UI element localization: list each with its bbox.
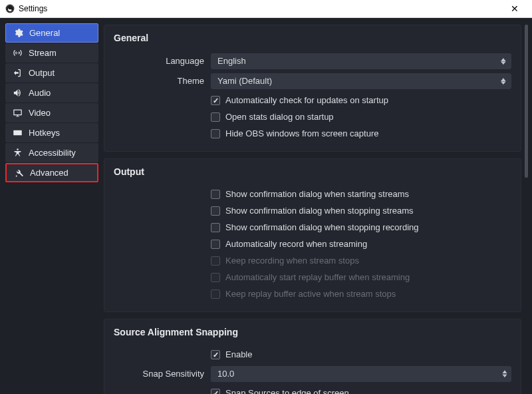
accessibility-icon	[12, 148, 23, 158]
auto-replay-label: Automatically start replay buffer when s…	[225, 272, 410, 282]
snap-sensitivity-label: Snap Sensitivity	[114, 369, 211, 379]
sidebar-item-accessibility[interactable]: Accessibility	[5, 143, 98, 162]
snap-sensitivity-spinner[interactable]: 10.0 ▲▼	[211, 366, 511, 382]
confirm-stop-stream-label: Show confirmation dialog when stopping s…	[225, 206, 414, 216]
section-output: Output Show confirmation dialog when sta…	[104, 158, 521, 312]
spinner-buttons-icon[interactable]: ▲▼	[501, 370, 509, 378]
section-title: Output	[114, 166, 511, 177]
sidebar-item-label: Advanced	[30, 168, 68, 178]
tools-icon	[13, 168, 24, 178]
section-snapping: Source Alignment Snapping Enable Snap Se…	[104, 319, 521, 394]
open-stats-label: Open stats dialog on startup	[225, 112, 334, 122]
confirm-stop-record-label: Show confirmation dialog when stopping r…	[225, 222, 419, 232]
checkbox-auto-replay	[211, 273, 220, 282]
sidebar-item-label: Hotkeys	[29, 128, 60, 138]
keyboard-icon	[12, 128, 23, 138]
checkbox-snap-enable[interactable]	[211, 350, 220, 359]
sidebar-item-label: Stream	[29, 48, 57, 58]
obs-logo-icon	[5, 4, 15, 13]
theme-dropdown[interactable]: Yami (Default) ▲▼	[211, 73, 511, 89]
section-title: Source Alignment Snapping	[114, 327, 511, 337]
section-title: General	[114, 33, 511, 43]
language-value: English	[217, 56, 246, 66]
checkbox-hide-obs[interactable]	[211, 129, 220, 138]
sidebar-item-general[interactable]: General	[5, 23, 98, 43]
auto-record-label: Automatically record when streaming	[225, 239, 367, 249]
svg-point-2	[17, 148, 19, 150]
checkbox-confirm-stop-record[interactable]	[211, 223, 220, 232]
content-pane[interactable]: General Language English ▲▼ Theme	[104, 23, 529, 394]
checkbox-snap-edge[interactable]	[211, 389, 220, 395]
sidebar-item-label: Accessibility	[29, 148, 76, 158]
speaker-icon	[12, 88, 23, 98]
dropdown-caret-icon: ▲▼	[499, 58, 508, 65]
checkbox-keep-replay	[211, 290, 220, 299]
language-label: Language	[114, 56, 211, 66]
sidebar-item-stream[interactable]: Stream	[5, 43, 98, 63]
gear-icon	[13, 28, 23, 39]
hide-obs-label: Hide OBS windows from screen capture	[225, 128, 378, 138]
checkbox-confirm-start-stream[interactable]	[211, 190, 220, 199]
output-icon	[12, 68, 23, 79]
checkbox-check-updates[interactable]	[211, 96, 220, 105]
sidebar-item-video[interactable]: Video	[5, 103, 98, 122]
close-button[interactable]: ✕	[503, 0, 527, 17]
sidebar-item-audio[interactable]: Audio	[5, 83, 98, 102]
checkbox-open-stats[interactable]	[211, 112, 220, 122]
sidebar-item-label: Output	[29, 68, 55, 78]
sidebar-item-advanced[interactable]: Advanced	[5, 163, 98, 182]
titlebar: Settings ✕	[0, 0, 532, 18]
snap-edge-label: Snap Sources to edge of screen	[225, 388, 349, 394]
snap-sensitivity-value: 10.0	[217, 369, 234, 379]
sidebar-item-label: Video	[29, 108, 51, 118]
checkbox-keep-record	[211, 256, 220, 266]
window-title: Settings	[19, 4, 47, 13]
check-updates-label: Automatically check for updates on start…	[225, 95, 388, 105]
theme-value: Yami (Default)	[217, 76, 272, 86]
sidebar: General Stream Output Audio Video Hotkey…	[5, 23, 98, 394]
checkbox-confirm-stop-stream[interactable]	[211, 206, 220, 216]
sidebar-item-output[interactable]: Output	[5, 63, 98, 83]
keep-record-label: Keep recording when stream stops	[225, 256, 359, 266]
sidebar-item-label: General	[29, 28, 60, 38]
language-dropdown[interactable]: English ▲▼	[211, 53, 511, 69]
confirm-start-stream-label: Show confirmation dialog when starting s…	[225, 189, 409, 199]
monitor-icon	[12, 108, 23, 118]
keep-replay-label: Keep replay buffer active when stream st…	[225, 289, 396, 299]
checkbox-auto-record[interactable]	[211, 240, 220, 249]
dropdown-caret-icon: ▲▼	[499, 78, 508, 85]
scrollbar-thumb[interactable]	[525, 25, 528, 178]
snap-enable-label: Enable	[225, 349, 252, 359]
sidebar-item-label: Audio	[29, 88, 51, 98]
section-general: General Language English ▲▼ Theme	[104, 25, 521, 152]
theme-label: Theme	[114, 76, 211, 86]
sidebar-item-hotkeys[interactable]: Hotkeys	[5, 123, 98, 142]
close-icon: ✕	[511, 3, 519, 14]
antenna-icon	[12, 48, 23, 59]
